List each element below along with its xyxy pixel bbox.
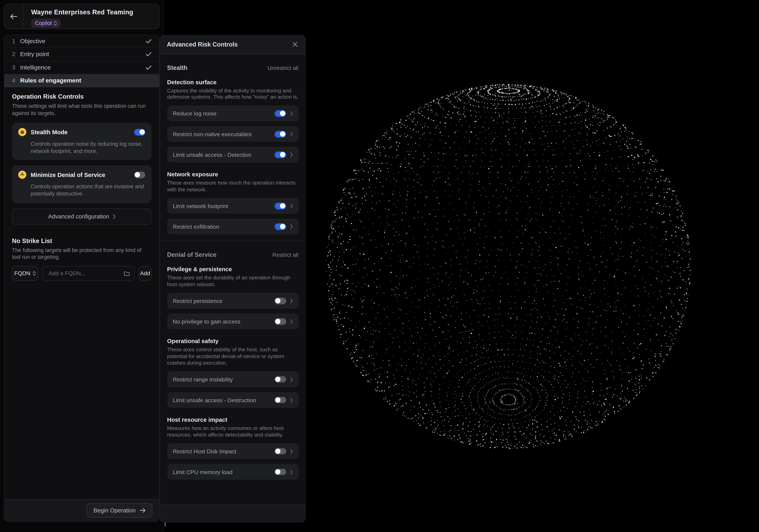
section-header-stealth: StealthUnrestrict all <box>167 64 299 71</box>
control-toggle[interactable] <box>275 397 286 403</box>
toggle-knob <box>135 172 140 177</box>
risk-card-description: Controls operation actions that are inva… <box>31 183 145 197</box>
no-strike-entry-row: FQDN Add <box>12 266 151 281</box>
control-row-restrict-exfiltration[interactable]: Restrict exfiltration <box>167 219 299 235</box>
control-label: Limit unsafe access - Detection <box>173 151 275 158</box>
check-icon <box>146 39 152 44</box>
section-divider <box>160 240 305 241</box>
header-main: Wayne Enterprises Red Teaming Copilot <box>23 4 159 29</box>
toggle-knob <box>275 469 280 475</box>
control-row-limit-unsafe-access-detection[interactable]: Limit unsafe access - Detection <box>167 147 299 163</box>
control-label: Reduce log noise <box>173 110 275 117</box>
control-row-restrict-range-instability[interactable]: Restrict range instability <box>167 372 299 387</box>
control-row-restrict-persistence[interactable]: Restrict persistence <box>167 293 299 309</box>
control-toggle[interactable] <box>275 469 286 475</box>
control-row-limit-unsafe-access-destruction[interactable]: Limit unsafe access - Destruction <box>167 392 299 408</box>
chevron-right-icon <box>286 470 293 474</box>
toggle-knob <box>275 398 280 402</box>
radioactive-icon <box>18 171 26 179</box>
check-icon <box>146 52 152 57</box>
copilot-mode-selector[interactable]: Copilot <box>31 19 60 27</box>
incognito-icon <box>18 128 26 136</box>
group-operational-safety: Operational safetyThese axes control sta… <box>167 338 299 408</box>
risk-cards: Stealth ModeControls operation noise by … <box>12 123 151 203</box>
control-row-limit-network-footprint[interactable]: Limit network footprint <box>167 198 299 214</box>
control-label: Restrict range instability <box>173 376 275 383</box>
control-toggle[interactable] <box>275 110 286 117</box>
operation-setup-panel: 1Objective2Entry point3Intelligence4Rule… <box>4 35 160 522</box>
sidebar-step-rules-of-engagement[interactable]: 4Rules of engagement <box>4 74 159 88</box>
control-toggle[interactable] <box>275 223 286 230</box>
arrow-right-icon <box>140 508 145 513</box>
target-type-select[interactable]: FQDN <box>12 266 38 281</box>
add-target-button[interactable]: Add <box>139 266 151 281</box>
check-icon <box>146 65 152 70</box>
control-row-restrict-non-native-executables[interactable]: Restrict non-native executables <box>167 126 299 142</box>
control-label: Restrict exfiltration <box>173 223 275 230</box>
control-toggle[interactable] <box>275 318 286 325</box>
control-toggle[interactable] <box>275 131 286 137</box>
toggle-knob <box>280 132 285 137</box>
chevron-right-icon <box>286 377 293 382</box>
step-label: Rules of engagement <box>20 77 152 84</box>
step-label: Objective <box>20 38 146 45</box>
toggle-knob <box>275 377 280 382</box>
step-completed-check <box>146 65 152 70</box>
group-privilege-persistence: Privilege & persistenceThese axes set th… <box>167 266 299 329</box>
section-header-denial-of-service: Denial of ServiceRestrict all <box>167 251 299 259</box>
sidebar-step-objective[interactable]: 1Objective <box>4 35 159 48</box>
control-toggle[interactable] <box>275 203 286 209</box>
fqdn-input-container <box>42 266 135 281</box>
updown-chevron-icon <box>33 271 36 276</box>
close-icon[interactable] <box>292 41 299 48</box>
folder-icon[interactable] <box>124 271 130 276</box>
no-strike-description: The following targets will be protected … <box>12 247 151 261</box>
chevron-right-icon <box>286 152 293 157</box>
back-arrow-icon <box>10 14 17 19</box>
sidebar-step-entry-point[interactable]: 2Entry point <box>4 48 159 61</box>
control-row-no-privilege-to-gain-access[interactable]: No privilege to gain access <box>167 314 299 329</box>
toggle-knob <box>280 152 285 157</box>
begin-operation-label: Begin Operation <box>94 507 136 514</box>
control-toggle[interactable] <box>275 376 286 383</box>
begin-operation-button[interactable]: Begin Operation <box>87 503 152 517</box>
control-toggle[interactable] <box>275 298 286 304</box>
group-network-exposure: Network exposureThese axes measure how m… <box>167 171 299 235</box>
step-label: Intelligence <box>20 64 146 71</box>
risk-card-stealth-mode: Stealth ModeControls operation noise by … <box>12 123 151 160</box>
group-description: Captures the visibility of the activity … <box>167 88 299 101</box>
control-toggle[interactable] <box>275 152 286 158</box>
toggle-knob <box>280 111 285 116</box>
advanced-panel-header: Advanced Risk Controls <box>160 35 305 54</box>
advanced-configuration-button[interactable]: Advanced configuration <box>12 208 151 225</box>
control-label: No privilege to gain access <box>173 318 275 325</box>
risk-card-toggle[interactable] <box>134 172 145 178</box>
rules-of-engagement-content: Operation Risk Controls These settings w… <box>4 87 159 281</box>
risk-card-title: Stealth Mode <box>31 129 134 135</box>
control-row-limit-cpu-memory-load[interactable]: Limit CPU memory load <box>167 464 299 480</box>
control-toggle[interactable] <box>275 448 286 455</box>
step-label: Entry point <box>20 51 146 58</box>
sidebar-step-intelligence[interactable]: 3Intelligence <box>4 61 159 74</box>
text-caret <box>165 522 166 527</box>
section-action-link[interactable]: Restrict all <box>272 252 299 258</box>
risk-card-title: Minimize Denial of Service <box>31 171 134 178</box>
section-title: Denial of Service <box>167 251 272 259</box>
operation-title: Wayne Enterprises Red Teaming <box>31 9 159 17</box>
fqdn-input[interactable] <box>48 269 124 277</box>
toggle-knob <box>140 130 144 135</box>
no-strike-heading: No Strike List <box>12 237 151 244</box>
back-button[interactable] <box>4 4 23 29</box>
toggle-knob <box>275 319 280 324</box>
control-label: Limit unsafe access - Destruction <box>173 397 275 403</box>
control-row-reduce-log-noise[interactable]: Reduce log noise <box>167 106 299 121</box>
step-completed-check <box>146 39 152 44</box>
control-row-restrict-host-disk-impact[interactable]: Restrict Host Disk Impact <box>167 443 299 459</box>
control-label: Limit network footprint <box>173 203 275 209</box>
section-action-link[interactable]: Unrestrict all <box>267 64 299 71</box>
advanced-panel-title: Advanced Risk Controls <box>167 41 292 48</box>
risk-card-toggle[interactable] <box>134 129 145 135</box>
step-number: 2 <box>12 51 20 58</box>
control-label: Limit CPU memory load <box>173 469 275 475</box>
group-heading: Privilege & persistence <box>167 266 299 273</box>
